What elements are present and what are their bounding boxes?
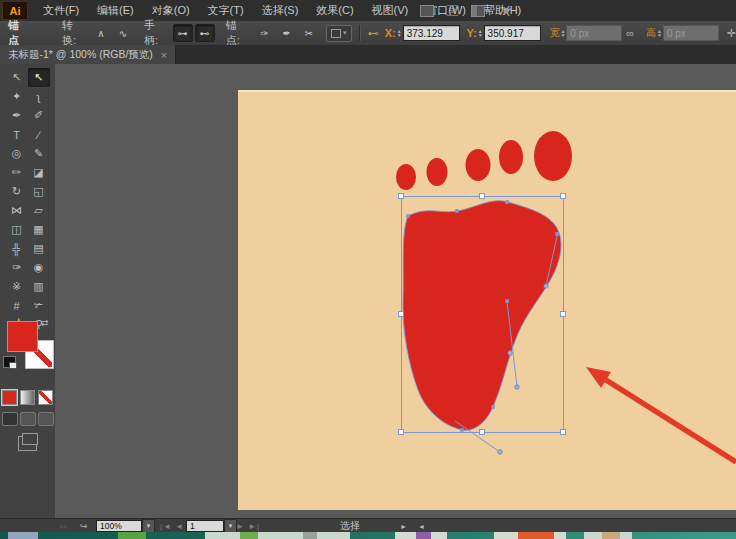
artboard-number-input[interactable]: 1 xyxy=(186,520,224,532)
column-graph-tool[interactable]: ▥ xyxy=(28,277,50,296)
remove-anchor-button[interactable]: ✒ xyxy=(277,24,297,42)
cut-path-button[interactable]: ✂ xyxy=(299,24,319,42)
workspace-switcher-icon[interactable]: ▾ xyxy=(471,5,491,17)
menu-item-4[interactable]: 选择(S) xyxy=(253,0,308,21)
gradient-button[interactable] xyxy=(20,390,35,405)
transform-icon[interactable]: ✛ xyxy=(727,27,736,40)
align-dropdown[interactable]: ▾ xyxy=(326,25,352,42)
slice-tool[interactable]: ✃ xyxy=(28,296,50,315)
width-stepper[interactable]: ▲▼ xyxy=(560,29,565,37)
type-tool[interactable]: T xyxy=(6,125,28,144)
selection-handle-7[interactable] xyxy=(561,430,566,435)
bezier-handle-dot-0[interactable] xyxy=(515,385,519,389)
selection-handle-2[interactable] xyxy=(561,194,566,199)
height-input[interactable]: 0 px xyxy=(663,25,719,41)
pencil-tool[interactable]: ✏ xyxy=(6,163,28,182)
windows-taskbar[interactable] xyxy=(0,532,736,539)
fill-swatch[interactable] xyxy=(7,321,38,352)
anchor-point-6[interactable] xyxy=(460,428,464,432)
taskbar-app-10[interactable] xyxy=(602,532,620,539)
cs-live-icon[interactable]: ☛ xyxy=(502,4,513,18)
y-input[interactable]: 350.917 xyxy=(484,25,542,41)
default-swatches-icon[interactable] xyxy=(3,356,16,368)
footprint-toe-1[interactable] xyxy=(396,164,416,190)
next-artboard-icons[interactable]: ► ►| xyxy=(236,519,260,533)
shape-tool[interactable]: ◎ xyxy=(6,144,28,163)
bezier-handle-dot-3[interactable] xyxy=(544,284,548,288)
convert-to-smooth-button[interactable]: ∿ xyxy=(113,24,133,42)
draw-normal-button[interactable] xyxy=(2,412,18,426)
shape-builder-tool[interactable]: ◫ xyxy=(6,220,28,239)
selection-handle-6[interactable] xyxy=(480,430,485,435)
selection-handle-1[interactable] xyxy=(480,194,485,199)
bridge-icon[interactable] xyxy=(420,5,434,17)
selection-handle-3[interactable] xyxy=(399,312,404,317)
prev-artboard-icons[interactable]: |◄ ◄ xyxy=(160,519,184,533)
perspective-grid-tool[interactable]: ▦ xyxy=(28,220,50,239)
taskbar-app-6[interactable] xyxy=(416,532,431,539)
selection-handle-4[interactable] xyxy=(561,312,566,317)
hide-handles-button[interactable]: ⊷ xyxy=(195,24,215,42)
paintbrush-tool[interactable]: ✎ xyxy=(28,144,50,163)
none-button[interactable] xyxy=(38,390,53,405)
artboard-tool[interactable]: # xyxy=(6,296,28,315)
canvas-pasteboard[interactable] xyxy=(55,64,736,518)
rotate-tool[interactable]: ↻ xyxy=(6,182,28,201)
export-icon[interactable]: ↪ xyxy=(80,519,88,533)
magic-wand-tool[interactable]: ✦ xyxy=(6,87,28,106)
add-anchor-button[interactable]: ✑ xyxy=(255,24,275,42)
lasso-tool[interactable]: ʅ xyxy=(28,87,50,106)
y-stepper[interactable]: ▲▼ xyxy=(478,29,483,37)
width-tool[interactable]: ⋈ xyxy=(6,201,28,220)
convert-to-corner-button[interactable]: ∧ xyxy=(91,24,111,42)
x-stepper[interactable]: ▲▼ xyxy=(397,29,402,37)
swap-fill-stroke-icon[interactable]: ⇄ xyxy=(41,318,49,328)
tab-close-icon[interactable]: × xyxy=(161,49,167,61)
color-button[interactable] xyxy=(2,390,17,405)
stock-icon[interactable]: St xyxy=(446,5,459,16)
x-input[interactable]: 373.129 xyxy=(403,25,461,41)
selection-handle-0[interactable] xyxy=(399,194,404,199)
scroll-right-icon[interactable]: ◄ xyxy=(418,519,425,533)
direct-selection-tool[interactable]: ↖ xyxy=(28,68,50,87)
anchor-point-4[interactable] xyxy=(505,299,509,303)
symbol-sprayer-tool[interactable]: ※ xyxy=(6,277,28,296)
draw-inside-button[interactable] xyxy=(38,412,54,426)
footprint-toe-4[interactable] xyxy=(499,140,523,174)
pen-tool[interactable]: ✒ xyxy=(6,106,28,125)
anchor-point-0[interactable] xyxy=(406,214,410,218)
selection-tool[interactable]: ↖ xyxy=(6,68,28,87)
footprint-toe-5[interactable] xyxy=(534,131,572,181)
eraser-tool[interactable]: ◪ xyxy=(28,163,50,182)
anchor-point-2[interactable] xyxy=(505,200,509,204)
height-stepper[interactable]: ▲▼ xyxy=(657,29,662,37)
taskbar-app-8[interactable] xyxy=(518,532,554,539)
anchor-point-5[interactable] xyxy=(491,405,495,409)
draw-behind-button[interactable] xyxy=(20,412,36,426)
menu-item-5[interactable]: 效果(C) xyxy=(307,0,362,21)
selection-handle-5[interactable] xyxy=(399,430,404,435)
screen-mode-button[interactable] xyxy=(18,436,37,451)
bezier-handle-dot-1[interactable] xyxy=(508,351,512,355)
curvature-tool[interactable]: ✐ xyxy=(28,106,50,125)
eyedropper-tool[interactable]: ✑ xyxy=(6,258,28,277)
scroll-left-icon[interactable]: ► xyxy=(400,519,407,533)
footprint-toe-2[interactable] xyxy=(427,158,448,186)
gradient-tool[interactable]: ▤ xyxy=(28,239,50,258)
menu-item-6[interactable]: 视图(V) xyxy=(363,0,418,21)
line-segment-tool[interactable]: ∕ xyxy=(28,125,50,144)
scale-tool[interactable]: ◱ xyxy=(28,182,50,201)
footprint-toe-3[interactable] xyxy=(466,149,491,181)
taskbar-app-3[interactable] xyxy=(240,532,258,539)
footprint-sole-shape[interactable] xyxy=(403,201,561,431)
anchor-point-3[interactable] xyxy=(555,232,559,236)
document-tab[interactable]: 未标题-1* @ 100% (RGB/预览) × xyxy=(0,45,176,64)
bezier-handle-dot-2[interactable] xyxy=(498,450,502,454)
menu-item-1[interactable]: 编辑(E) xyxy=(88,0,143,21)
taskbar-app-0[interactable] xyxy=(8,532,38,539)
blend-tool[interactable]: ◉ xyxy=(28,258,50,277)
link-width-height-icon[interactable]: ∞ xyxy=(626,27,634,39)
anchor-point-1[interactable] xyxy=(455,209,459,213)
zoom-dropdown-icon[interactable]: ▼ xyxy=(142,519,155,533)
free-transform-tool[interactable]: ▱ xyxy=(28,201,50,220)
